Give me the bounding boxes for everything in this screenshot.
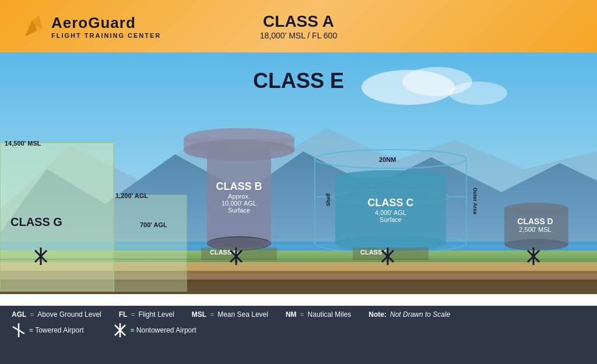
nontowered-airport-icon-c <box>379 248 396 265</box>
shelf-label: Shelf <box>325 193 331 206</box>
fl-val: Flight Level <box>138 310 174 319</box>
aeroguard-logo-icon <box>17 12 47 41</box>
class-a-subtitle: 18,000' MSL / FL 600 <box>260 31 337 40</box>
svg-point-19 <box>216 239 262 248</box>
svg-rect-12 <box>114 195 187 291</box>
legend-msl: MSL = Mean Sea Level <box>192 310 268 319</box>
legend-row1: AGL = Above Ground Level FL = Flight Lev… <box>12 310 585 319</box>
towered-label: = Towered Airport <box>29 326 84 334</box>
class-c-title: CLASS C <box>359 197 423 209</box>
towered-airport-legend-icon <box>12 323 26 337</box>
legend-nontowered: = Nontowered Airport <box>113 323 196 337</box>
nontowered-label: = Nontowered Airport <box>131 326 196 334</box>
note-label: Note: <box>368 310 387 319</box>
header: AeroGuard FLIGHT TRAINING CENTER CLASS A… <box>0 0 597 52</box>
logo-text-area: AeroGuard FLIGHT TRAINING CENTER <box>51 14 161 39</box>
class-d-alt: 2,500' MSL <box>506 226 564 233</box>
class-b-title: CLASS B <box>207 181 271 193</box>
class-g-left-label: CLASS G <box>10 215 62 229</box>
nontowered-airport-legend-icon <box>113 323 127 337</box>
alt-20nm-label: 20NM <box>379 156 396 163</box>
class-b-alt: 10,000' AGL <box>207 200 271 207</box>
logo-subtitle: FLIGHT TRAINING CENTER <box>51 32 161 39</box>
legend-fl: FL = Flight Level <box>119 310 174 319</box>
app: AeroGuard FLIGHT TRAINING CENTER CLASS A… <box>0 0 597 364</box>
nontowered-airport-icon-left <box>32 248 50 265</box>
class-d-title: CLASS D <box>506 217 564 226</box>
alt-700-label: 700' AGL <box>140 221 167 228</box>
legend-nm: NM = Nautical Miles <box>286 310 351 319</box>
agl-val: Above Ground Level <box>37 310 101 319</box>
alt-14500-label: 14,500' MSL <box>5 140 41 147</box>
msl-key: MSL <box>192 310 206 319</box>
class-a-title: CLASS A <box>260 12 337 31</box>
class-c-alt: 4,000' AGL <box>359 209 423 216</box>
legend-row2: = Towered Airport = Nontowered Airport <box>12 323 585 337</box>
legend-note: Note: Not Drawn to Scale <box>368 310 450 319</box>
nontowered-airport-icon-b <box>227 248 245 265</box>
alt-1200-label: 1,200' AGL <box>115 192 148 199</box>
nm-key: NM <box>286 310 297 319</box>
nm-val: Nautical Miles <box>308 310 352 319</box>
nontowered-airport-icon-right <box>525 248 542 265</box>
class-d-label-group: CLASS D 2,500' MSL <box>506 217 564 233</box>
class-b-sub: Approx. <box>207 193 271 200</box>
class-c-label-group: CLASS C 4,000' AGL Surface <box>359 197 423 223</box>
class-b-label: CLASS B Approx. 10,000' AGL Surface <box>207 181 271 214</box>
fl-key: FL <box>119 310 128 319</box>
class-c-base: Surface <box>359 216 423 223</box>
msl-val: Mean Sea Level <box>217 310 268 319</box>
class-b-base: Surface <box>207 207 271 214</box>
logo-name: AeroGuard <box>51 14 161 32</box>
diagram: CLASS E 14,500' MSL 1,200' AGL 700' AGL … <box>0 52 597 306</box>
header-class-info: CLASS A 18,000' MSL / FL 600 <box>260 12 337 40</box>
logo-area: AeroGuard FLIGHT TRAINING CENTER <box>17 12 161 41</box>
class-e-label: CLASS E <box>253 69 344 93</box>
agl-key: AGL <box>12 310 26 319</box>
legend-agl: AGL = Above Ground Level <box>12 310 101 319</box>
outer-area-label: Outer Area <box>472 188 478 214</box>
legend-towered: = Towered Airport <box>12 323 84 337</box>
note-val: Not Drawn to Scale <box>390 310 450 319</box>
svg-point-3 <box>449 82 507 105</box>
legend-bar: AGL = Above Ground Level FL = Flight Lev… <box>0 306 597 364</box>
